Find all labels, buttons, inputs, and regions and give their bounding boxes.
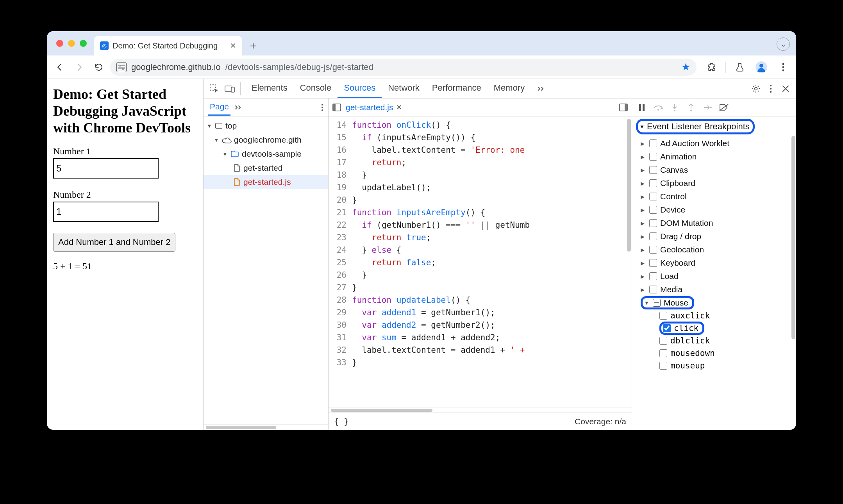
window-zoom-button[interactable] — [80, 40, 87, 47]
event-checkbox[interactable] — [659, 362, 667, 370]
file-tree[interactable]: ▼ top ▼ googlechrome.gith ▼ — [204, 116, 328, 424]
close-file-icon[interactable]: ✕ — [396, 103, 402, 112]
extensions-icon[interactable] — [704, 59, 720, 75]
back-button[interactable] — [52, 59, 68, 75]
navigator-scrollbar[interactable] — [204, 424, 328, 430]
devtools-tab-elements[interactable]: Elements — [245, 79, 294, 98]
pretty-print-icon[interactable]: { } — [334, 417, 349, 426]
devtools-tab-memory[interactable]: Memory — [488, 79, 531, 98]
new-tab-button[interactable]: ＋ — [245, 38, 261, 53]
step-over-icon[interactable] — [653, 102, 663, 113]
editor-column: get-started.js ✕ 14151617181920212223242… — [329, 98, 632, 430]
navigator-tab-page[interactable]: Page — [208, 99, 230, 116]
category-checkbox[interactable] — [649, 139, 657, 147]
input-number2[interactable] — [53, 202, 159, 222]
event-breakpoints-header[interactable]: ▼ Event Listener Breakpoints — [632, 116, 796, 137]
tree-file-html[interactable]: get-started — [204, 161, 328, 175]
url-path: /devtools-samples/debug-js/get-started — [225, 62, 373, 72]
tree-folder[interactable]: ▼ devtools-sample — [204, 147, 328, 161]
event-breakpoints-section: ▼ Event Listener Breakpoints ▶Ad Auction… — [632, 116, 796, 430]
event-category-control[interactable]: ▶Control — [632, 190, 796, 203]
category-checkbox[interactable] — [649, 206, 657, 214]
devtools-overflow-icon[interactable] — [535, 82, 548, 95]
tab-close-icon[interactable]: ✕ — [230, 41, 236, 50]
reload-button[interactable] — [91, 59, 107, 75]
category-checkbox[interactable] — [649, 286, 657, 293]
category-checkbox[interactable] — [649, 166, 657, 174]
site-settings-icon[interactable] — [116, 62, 127, 72]
bookmark-star-icon[interactable]: ★ — [681, 61, 690, 73]
category-checkbox[interactable] — [649, 153, 657, 161]
inspect-element-icon[interactable] — [207, 82, 221, 95]
window-close-button[interactable] — [56, 40, 63, 47]
event-checkbox[interactable] — [659, 337, 667, 345]
browser-menu-icon[interactable] — [775, 59, 791, 75]
event-category-dom-mutation[interactable]: ▶DOM Mutation — [632, 216, 796, 230]
omnibox[interactable]: googlechrome.github.io/devtools-samples/… — [110, 59, 697, 76]
toolbar-divider — [725, 62, 726, 73]
event-category-mouse[interactable]: ▼Mouse — [632, 296, 796, 309]
debugger-vscrollbar[interactable] — [791, 136, 795, 339]
category-checkbox[interactable] — [649, 232, 657, 240]
devtools-close-icon[interactable] — [779, 82, 792, 95]
event-category-load[interactable]: ▶Load — [632, 270, 796, 283]
window-minimize-button[interactable] — [68, 40, 75, 47]
event-category-media[interactable]: ▶Media — [632, 283, 796, 296]
svg-rect-20 — [625, 104, 627, 111]
editor-hscrollbar[interactable] — [329, 407, 632, 413]
event-checkbox[interactable] — [659, 349, 667, 357]
navigator-overflow-icon[interactable] — [234, 105, 243, 110]
code-content[interactable]: function onClick() { if (inputsAreEmpty(… — [350, 116, 632, 407]
editor-file-tab[interactable]: get-started.js ✕ — [344, 100, 404, 114]
event-category-ad-auction-worklet[interactable]: ▶Ad Auction Worklet — [632, 137, 796, 150]
tree-file-js[interactable]: get-started.js — [204, 175, 328, 189]
devtools-tab-sources[interactable]: Sources — [338, 79, 382, 98]
toggle-navigator-icon[interactable] — [332, 104, 341, 111]
category-checkbox[interactable] — [649, 193, 657, 200]
editor-body[interactable]: 1415161718192021222324252627282930313233… — [329, 116, 632, 407]
event-checkbox[interactable] — [663, 324, 671, 332]
toggle-debugger-icon[interactable] — [619, 104, 628, 111]
category-checkbox[interactable] — [649, 179, 657, 187]
devtools-settings-icon[interactable] — [749, 82, 763, 95]
step-out-icon[interactable] — [686, 102, 696, 113]
navigator-more-icon[interactable] — [321, 104, 323, 111]
event-category-clipboard[interactable]: ▶Clipboard — [632, 177, 796, 190]
step-icon[interactable] — [702, 102, 713, 113]
tree-origin[interactable]: ▼ googlechrome.gith — [204, 133, 328, 147]
pause-icon[interactable] — [637, 102, 647, 113]
profile-avatar[interactable] — [753, 59, 770, 75]
devtools-tab-performance[interactable]: Performance — [426, 79, 488, 98]
category-checkbox[interactable] — [649, 272, 657, 280]
event-type-mousedown[interactable]: mousedown — [632, 347, 796, 359]
devtools-tab-network[interactable]: Network — [382, 79, 426, 98]
tree-top-frame[interactable]: ▼ top — [204, 119, 328, 133]
device-toolbar-icon[interactable] — [223, 82, 236, 95]
event-category-canvas[interactable]: ▶Canvas — [632, 163, 796, 177]
event-category-device[interactable]: ▶Device — [632, 203, 796, 216]
event-category-drag-drop[interactable]: ▶Drag / drop — [632, 230, 796, 243]
devtools-tab-console[interactable]: Console — [294, 79, 338, 98]
devtools-menu-icon[interactable] — [764, 82, 777, 95]
event-checkbox[interactable] — [659, 312, 667, 320]
event-category-keyboard[interactable]: ▶Keyboard — [632, 256, 796, 270]
deactivate-breakpoints-icon[interactable] — [719, 102, 729, 113]
step-into-icon[interactable] — [670, 102, 680, 113]
labs-icon[interactable] — [731, 59, 748, 75]
forward-button[interactable] — [71, 59, 88, 75]
event-type-auxclick[interactable]: auxclick — [632, 309, 796, 322]
event-type-mouseup[interactable]: mouseup — [632, 359, 796, 372]
event-category-animation[interactable]: ▶Animation — [632, 150, 796, 163]
browser-tab[interactable]: ◎ Demo: Get Started Debugging ✕ — [94, 36, 242, 55]
add-button[interactable]: Add Number 1 and Number 2 — [53, 233, 175, 252]
event-type-click[interactable]: click — [632, 322, 796, 334]
category-checkbox[interactable] — [649, 246, 657, 254]
event-type-dblclick[interactable]: dblclick — [632, 334, 796, 347]
category-checkbox[interactable] — [649, 219, 657, 227]
category-checkbox[interactable] — [649, 259, 657, 267]
input-number1[interactable] — [53, 158, 159, 179]
tab-search-button[interactable]: ⌄ — [777, 38, 790, 51]
event-category-geolocation[interactable]: ▶Geolocation — [632, 243, 796, 256]
editor-vscrollbar[interactable] — [626, 116, 632, 407]
checkbox-indeterminate[interactable] — [653, 299, 661, 307]
